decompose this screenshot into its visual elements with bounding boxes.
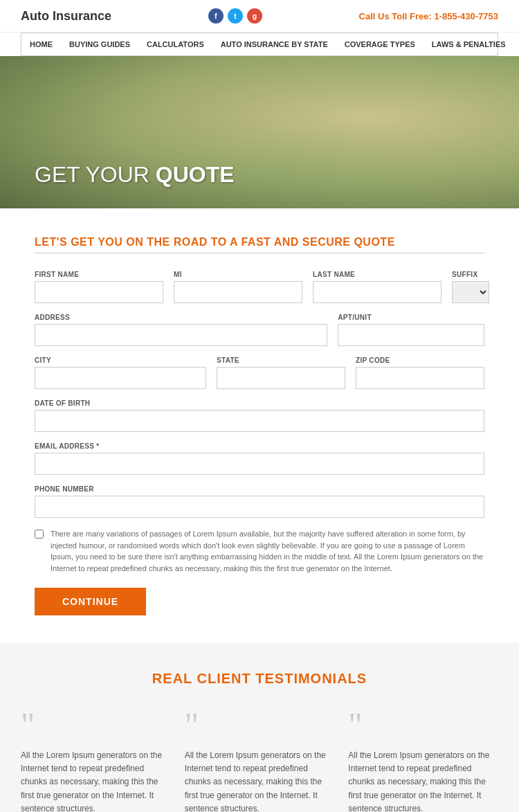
city-group: CITY [35, 357, 206, 389]
nav-auto-by-state[interactable]: AUTO INSURANCE BY STATE [212, 33, 336, 55]
phone-info: Call Us Toll Free: 1-855-430-7753 [359, 11, 498, 21]
lastname-input[interactable] [313, 281, 441, 303]
dob-row: DATE OF BIRTH [35, 399, 484, 432]
social-links: f t g [208, 8, 262, 24]
quote-mark-3: " [348, 707, 498, 742]
address-row: ADDRESS APT/UNIT [35, 314, 484, 346]
suffix-select[interactable]: Jr. Sr. II III [452, 281, 489, 303]
testimonial-text-3: All the Lorem Ipsum generators on the In… [348, 749, 498, 812]
quote-form-section: LET'S GET YOU ON THE ROAD TO A FAST AND … [0, 208, 519, 643]
zip-label: ZIP CODE [356, 357, 484, 364]
facebook-icon[interactable]: f [208, 8, 224, 24]
firstname-label: FIRST NAME [35, 271, 163, 278]
suffix-label: SUFFIX [452, 271, 489, 278]
form-divider [35, 253, 484, 253]
address-group: ADDRESS [35, 314, 327, 346]
terms-row: There are many variations of passages of… [35, 528, 484, 574]
testimonial-text-1: All the Lorem Ipsum generators on the In… [21, 749, 171, 812]
testimonial-grid: " All the Lorem Ipsum generators on the … [21, 707, 498, 812]
nav-home[interactable]: HOME [21, 33, 61, 55]
lastname-label: LAST NAME [313, 271, 441, 278]
dob-group: DATE OF BIRTH [35, 399, 484, 432]
address-input[interactable] [35, 324, 327, 346]
dob-label: DATE OF BIRTH [35, 399, 484, 407]
testimonial-text-2: All the Lorem Ipsum generators on the In… [185, 749, 335, 812]
testimonials-section: REAL CLIENT TESTIMONIALS " All the Lorem… [0, 643, 519, 812]
name-row: FIRST NAME MI LAST NAME SUFFIX Jr. Sr. I… [35, 271, 484, 303]
address-label: ADDRESS [35, 314, 327, 321]
city-label: CITY [35, 357, 206, 364]
phone-group: PHONE NUMBER [35, 485, 484, 518]
mi-label: MI [174, 271, 302, 278]
zip-group: ZIP CODE [356, 357, 484, 389]
terms-text: There are many variations of passages of… [51, 528, 484, 574]
nav-buying-guides[interactable]: BUYING GUIDES [61, 33, 138, 55]
city-input[interactable] [35, 367, 206, 389]
state-input[interactable] [217, 367, 345, 389]
quote-mark-1: " [21, 707, 171, 742]
googleplus-icon[interactable]: g [247, 8, 262, 24]
hero-section: GET YOUR QUOTE [0, 56, 519, 208]
nav-calculators[interactable]: CALCULATORS [138, 33, 212, 55]
terms-checkbox[interactable] [35, 530, 44, 539]
email-input[interactable] [35, 453, 484, 475]
testimonial-1: " All the Lorem Ipsum generators on the … [21, 707, 171, 812]
dob-input[interactable] [35, 410, 484, 432]
phone-label: PHONE NUMBER [35, 485, 484, 493]
city-state-zip-row: CITY STATE ZIP CODE [35, 357, 484, 389]
main-nav: HOME BUYING GUIDES CALCULATORS AUTO INSU… [21, 33, 498, 56]
site-logo: Auto Insurance [21, 9, 111, 24]
mi-input[interactable] [174, 281, 302, 303]
state-group: STATE [217, 357, 345, 389]
site-header: Auto Insurance f t g Call Us Toll Free: … [0, 0, 519, 33]
firstname-input[interactable] [35, 281, 163, 303]
suffix-group: SUFFIX Jr. Sr. II III [452, 271, 489, 303]
zip-input[interactable] [356, 367, 484, 389]
apt-input[interactable] [338, 324, 484, 346]
email-group: EMAIL ADDRESS * [35, 442, 484, 475]
phone-row: PHONE NUMBER [35, 485, 484, 518]
email-row: EMAIL ADDRESS * [35, 442, 484, 475]
continue-button[interactable]: CONTINUE [35, 588, 146, 615]
phone-input[interactable] [35, 496, 484, 518]
testimonials-heading: REAL CLIENT TESTIMONIALS [21, 671, 498, 687]
firstname-group: FIRST NAME [35, 271, 163, 303]
hero-title: GET YOUR QUOTE [35, 162, 235, 188]
nav-contact[interactable]: CONTACT US [514, 33, 519, 55]
quote-mark-2: " [185, 707, 335, 742]
apt-group: APT/UNIT [338, 314, 484, 346]
mi-group: MI [174, 271, 302, 303]
apt-label: APT/UNIT [338, 314, 484, 321]
form-heading: LET'S GET YOU ON THE ROAD TO A FAST AND … [35, 236, 484, 249]
nav-laws-penalties[interactable]: LAWS & PENALTIES [424, 33, 514, 55]
state-label: STATE [217, 357, 345, 364]
twitter-icon[interactable]: t [228, 8, 243, 24]
email-label: EMAIL ADDRESS * [35, 442, 484, 450]
testimonial-2: " All the Lorem Ipsum generators on the … [185, 707, 335, 812]
lastname-group: LAST NAME [313, 271, 441, 303]
testimonial-3: " All the Lorem Ipsum generators on the … [348, 707, 498, 812]
nav-coverage-types[interactable]: COVERAGE TYPES [336, 33, 424, 55]
